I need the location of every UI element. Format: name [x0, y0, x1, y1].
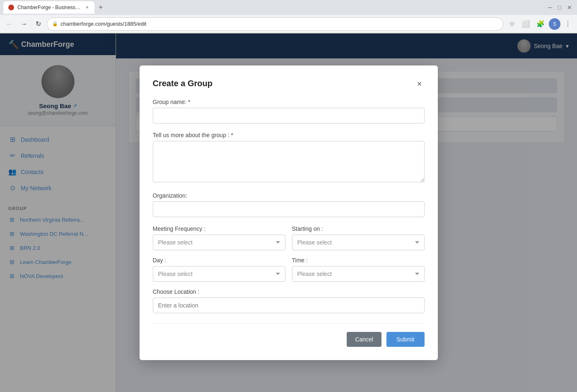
browser-toolbar: ← → ↻ 🔒 chamberforge.com/guests/1885/edi…	[0, 15, 577, 33]
meeting-frequency-group: Meeting Frequency : Please select	[153, 225, 285, 250]
starting-on-group: Starting on : Please select	[292, 225, 425, 250]
location-input[interactable]	[153, 298, 425, 313]
tab-bar: ChamberForge - Business Referr... × +	[3, 1, 106, 14]
starting-on-label: Starting on :	[292, 225, 425, 232]
back-button[interactable]: ←	[3, 19, 15, 29]
description-textarea[interactable]	[153, 141, 425, 182]
bookmark-icon[interactable]: ☆	[507, 18, 517, 29]
meeting-frequency-label: Meeting Frequency :	[153, 225, 285, 232]
frequency-starting-row: Meeting Frequency : Please select Starti…	[153, 225, 425, 250]
organization-input[interactable]	[153, 201, 425, 217]
modal-title: Create a Group	[153, 79, 212, 88]
day-select[interactable]: Please select	[153, 266, 285, 282]
window-maximize-icon[interactable]: □	[558, 4, 561, 11]
tab-close-button[interactable]: ×	[85, 4, 89, 11]
description-field-group: Tell us more about the group : *	[153, 132, 425, 184]
refresh-button[interactable]: ↻	[33, 18, 43, 29]
submit-button[interactable]: Submit	[386, 332, 425, 347]
cancel-button[interactable]: Cancel	[347, 332, 381, 347]
window-close-icon[interactable]: ✕	[567, 4, 572, 11]
profile-avatar-button[interactable]: S	[549, 18, 560, 30]
tab-title: ChamberForge - Business Referr...	[17, 5, 82, 10]
modal-close-button[interactable]: ×	[415, 79, 425, 89]
organization-label: Organization:	[153, 192, 425, 199]
url-display: chamberforge.com/guests/1885/edit	[60, 21, 498, 27]
extensions-icon[interactable]: 🧩	[534, 18, 547, 29]
time-label: Time :	[292, 257, 425, 264]
lock-icon: 🔒	[52, 21, 58, 27]
organization-field-group: Organization:	[153, 192, 425, 217]
create-group-modal: Create a Group × Group name: * Tell us m…	[140, 65, 438, 360]
address-bar[interactable]: 🔒 chamberforge.com/guests/1885/edit	[47, 17, 503, 31]
day-label: Day :	[153, 257, 285, 264]
window-minimize-icon[interactable]: ─	[548, 4, 552, 11]
forward-button[interactable]: →	[18, 19, 30, 29]
day-time-row: Day : Please select Time : Please select	[153, 257, 425, 282]
location-field-group: Choose Location :	[153, 288, 425, 313]
time-select[interactable]: Please select	[292, 266, 425, 282]
meeting-frequency-select[interactable]: Please select	[153, 235, 285, 250]
more-options-icon[interactable]: ⋮	[562, 18, 574, 29]
group-name-input[interactable]	[153, 108, 425, 123]
new-tab-button[interactable]: +	[96, 2, 106, 13]
group-name-field-group: Group name: *	[153, 99, 425, 123]
tab-cast-icon[interactable]: ⬜	[519, 18, 532, 29]
modal-header: Create a Group ×	[153, 79, 425, 89]
starting-on-select[interactable]: Please select	[292, 235, 425, 250]
browser-chrome: ChamberForge - Business Referr... × + ─ …	[0, 0, 577, 34]
toolbar-actions: ☆ ⬜ 🧩 S ⋮	[507, 18, 574, 30]
modal-footer: Cancel Submit	[153, 323, 425, 347]
group-name-label: Group name: *	[153, 99, 425, 105]
active-tab[interactable]: ChamberForge - Business Referr... ×	[3, 1, 94, 14]
tab-favicon	[8, 5, 14, 10]
time-field-group: Time : Please select	[292, 257, 425, 282]
modal-overlay: Create a Group × Group name: * Tell us m…	[0, 33, 577, 392]
description-label: Tell us more about the group : *	[153, 132, 425, 138]
day-field-group: Day : Please select	[153, 257, 285, 282]
choose-location-label: Choose Location :	[153, 288, 425, 295]
browser-titlebar: ChamberForge - Business Referr... × + ─ …	[0, 0, 577, 15]
